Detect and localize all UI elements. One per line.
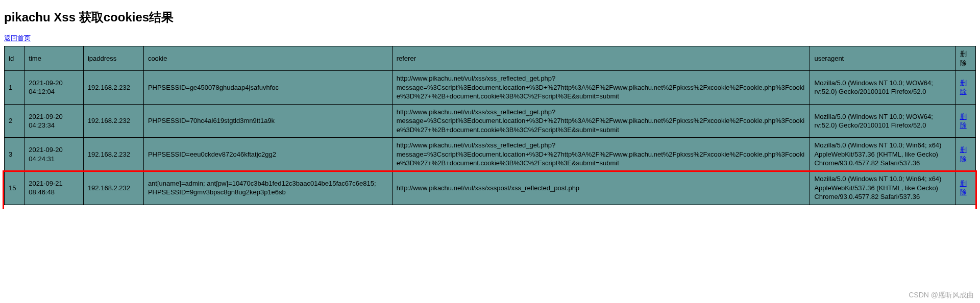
col-ipaddress: ipaddress [83, 46, 143, 71]
cell-ipaddress: 192.168.2.232 [83, 138, 143, 171]
cell-id: 3 [5, 138, 24, 171]
table-row: 22021-09-20 04:23:34192.168.2.232PHPSESS… [5, 104, 976, 138]
cell-ipaddress: 192.168.2.232 [83, 71, 143, 105]
table-wrap: id time ipaddress cookie referer userage… [4, 46, 976, 205]
cell-delete: 删除 [955, 138, 975, 171]
home-link[interactable]: 返回首页 [4, 34, 31, 43]
cell-useragent: Mozilla/5.0 (Windows NT 10.0; Win64; x64… [810, 171, 955, 205]
cell-time: 2021-09-20 04:24:31 [24, 138, 84, 171]
cell-delete: 删除 [955, 104, 975, 138]
cell-referer: http://www.pikachu.net/vul/xss/xsspost/x… [392, 171, 810, 205]
cell-ipaddress: 192.168.2.232 [83, 104, 143, 138]
cell-delete: 删除 [955, 71, 975, 105]
delete-link[interactable]: 删除 [960, 79, 967, 96]
cell-cookie: PHPSESSID=ge450078ghudaap4jsafuvhfoc [143, 71, 392, 105]
col-delete: 删除 [955, 46, 975, 71]
cell-referer: http://www.pikachu.net/vul/xss/xss_refle… [392, 71, 810, 105]
cell-cookie: PHPSESSID=eeu0ckdev872o46kftatjc2gg2 [143, 138, 392, 171]
col-referer: referer [392, 46, 810, 71]
cell-id: 1 [5, 71, 24, 105]
table-row: 32021-09-20 04:24:31192.168.2.232PHPSESS… [5, 138, 976, 171]
cell-useragent: Mozilla/5.0 (Windows NT 10.0; WOW64; rv:… [810, 104, 955, 138]
cell-referer: http://www.pikachu.net/vul/xss/xss_refle… [392, 138, 810, 171]
cell-useragent: Mozilla/5.0 (Windows NT 10.0; WOW64; rv:… [810, 71, 955, 105]
cell-cookie: PHPSESSID=70hc4al619stgtld3mn9tt1a9k [143, 104, 392, 138]
delete-link[interactable]: 删除 [960, 180, 967, 196]
table-row: 12021-09-20 04:12:04192.168.2.232PHPSESS… [5, 71, 976, 105]
cell-ipaddress: 192.168.2.232 [83, 171, 143, 205]
cell-id: 15 [5, 171, 24, 205]
cell-id: 2 [5, 104, 24, 138]
cell-time: 2021-09-20 04:12:04 [24, 71, 84, 105]
delete-link[interactable]: 删除 [960, 146, 967, 163]
cell-delete: 删除 [955, 171, 975, 205]
col-id: id [5, 46, 24, 71]
cell-useragent: Mozilla/5.0 (Windows NT 10.0; Win64; x64… [810, 138, 955, 171]
delete-link[interactable]: 删除 [960, 113, 967, 130]
cell-cookie: ant[uname]=admin; ant[pw]=10470c3b4b1fed… [143, 171, 392, 205]
col-cookie: cookie [143, 46, 392, 71]
col-time: time [24, 46, 84, 71]
col-useragent: useragent [810, 46, 955, 71]
cell-time: 2021-09-20 04:23:34 [24, 104, 84, 138]
table-header-row: id time ipaddress cookie referer userage… [5, 46, 976, 71]
cell-time: 2021-09-21 08:46:48 [24, 171, 84, 205]
page-title: pikachu Xss 获取cookies结果 [4, 9, 976, 26]
table-row: 152021-09-21 08:46:48192.168.2.232ant[un… [5, 171, 976, 205]
cell-referer: http://www.pikachu.net/vul/xss/xss_refle… [392, 104, 810, 138]
results-table: id time ipaddress cookie referer userage… [4, 46, 976, 205]
